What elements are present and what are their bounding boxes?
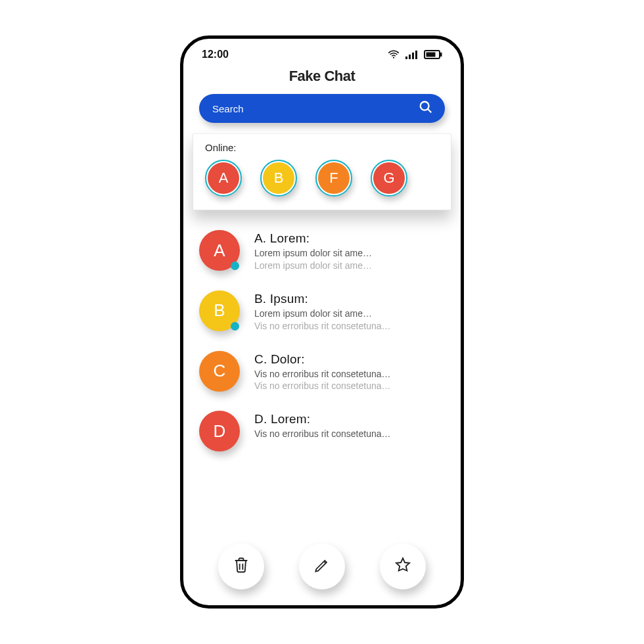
online-label: Online: (205, 142, 439, 153)
chat-item[interactable]: DD. Lorem:Vis no erroribus rit consetetu… (199, 411, 448, 451)
chat-preview-line2: Vis no erroribus rit consetetuna… (254, 320, 448, 333)
chat-preview-line2: Vis no erroribus rit consetetuna… (254, 380, 448, 392)
chat-avatar: A (199, 230, 240, 271)
chat-preview-line2: Lorem ipsum dolor sit ame… (254, 260, 448, 272)
online-status-dot (231, 322, 239, 331)
bottom-actions (183, 543, 461, 605)
status-bar: 12:00 (183, 43, 461, 66)
signal-icon (405, 50, 419, 59)
online-status-dot (231, 262, 239, 270)
chat-name: B. Ipsum: (254, 292, 448, 306)
chat-name: A. Lorem: (254, 231, 448, 246)
chat-avatar: C (199, 351, 240, 392)
phone-frame: 12:00 (180, 35, 464, 609)
chat-avatar: D (199, 411, 240, 451)
star-icon (394, 556, 412, 577)
online-avatar[interactable]: A (205, 160, 242, 196)
svg-line-9 (428, 109, 432, 113)
search-bar[interactable]: Search (199, 94, 445, 123)
chat-item[interactable]: BB. Ipsum:Lorem ipsum dolor sit ame…Vis … (199, 290, 448, 333)
avatar-letter: F (318, 162, 350, 194)
chat-preview-line1: Lorem ipsum dolor sit ame… (254, 247, 448, 260)
chat-name: C. Dolor: (254, 352, 448, 367)
svg-point-8 (421, 102, 429, 110)
online-avatar[interactable]: G (371, 160, 407, 196)
chat-item[interactable]: CC. Dolor:Vis no erroribus rit consetetu… (199, 351, 448, 393)
svg-point-0 (393, 57, 394, 58)
star-button[interactable] (380, 543, 426, 589)
chat-avatar: B (199, 290, 240, 331)
svg-rect-3 (412, 53, 414, 59)
chat-preview-line1: Vis no erroribus rit consetetuna… (254, 428, 448, 440)
chat-list[interactable]: AA. Lorem:Lorem ipsum dolor sit ame…Lore… (183, 210, 461, 543)
chat-preview-line1: Vis no erroribus rit consetetuna… (254, 368, 448, 380)
status-time: 12:00 (202, 49, 229, 60)
page-title: Fake Chat (183, 68, 461, 85)
svg-rect-7 (426, 53, 436, 57)
avatar-letter: A (208, 162, 239, 194)
online-avatar[interactable]: F (315, 160, 352, 196)
online-card: Online: ABFG (193, 133, 451, 210)
avatar-letter: G (373, 162, 405, 194)
edit-button[interactable] (299, 543, 345, 589)
search-placeholder: Search (212, 103, 419, 114)
trash-button[interactable] (218, 543, 264, 589)
wifi-icon (387, 50, 400, 59)
chat-item[interactable]: AA. Lorem:Lorem ipsum dolor sit ame…Lore… (199, 230, 448, 272)
edit-icon (313, 557, 331, 576)
battery-icon (424, 50, 442, 59)
svg-rect-4 (415, 51, 417, 59)
chat-name: D. Lorem: (254, 412, 448, 426)
svg-rect-6 (440, 53, 442, 57)
svg-rect-1 (405, 57, 407, 59)
avatar-letter: B (263, 162, 294, 194)
online-avatar[interactable]: B (260, 160, 297, 196)
search-icon (419, 100, 433, 117)
trash-icon (232, 556, 250, 577)
chat-preview-line1: Lorem ipsum dolor sit ame… (254, 308, 448, 320)
svg-rect-2 (409, 55, 411, 59)
